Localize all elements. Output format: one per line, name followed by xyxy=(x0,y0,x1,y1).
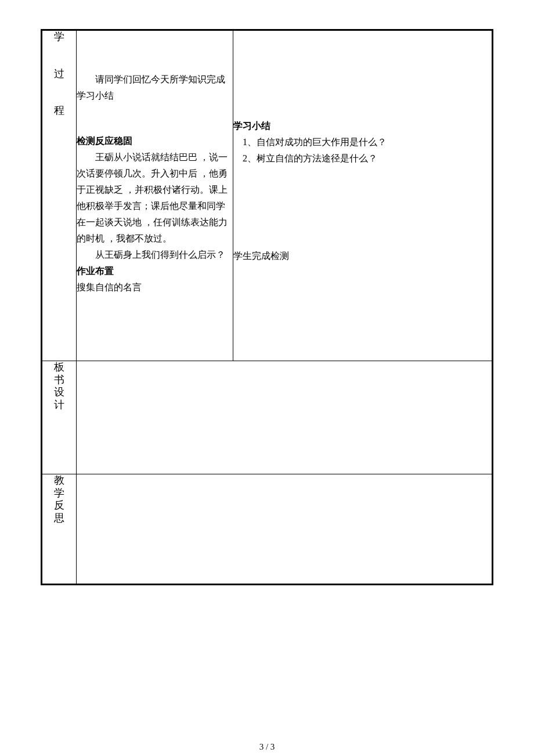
summary-item-2: 2、树立自信的方法途径是什么？ xyxy=(233,150,492,167)
label-char: 程 xyxy=(54,105,64,117)
lesson-plan-table: 学 过 程 请同学们回忆今天所学知识完成学习小结 检测反应稳固 王砺从小说话就结… xyxy=(41,29,493,585)
row-label-reflection: 教 学 反 思 xyxy=(42,474,77,585)
homework-body: 搜集自信的名言 xyxy=(77,279,233,296)
label-char: 板 xyxy=(54,361,64,374)
process-left-cell: 请同学们回忆今天所学知识完成学习小结 检测反应稳固 王砺从小说话就结结巴巴 ，说… xyxy=(77,30,233,361)
row-label-board: 板 书 设 计 xyxy=(42,361,77,474)
label-char: 思 xyxy=(54,512,64,525)
label-char: 设 xyxy=(54,386,64,399)
board-content-cell xyxy=(77,361,493,474)
complete-detection: 学生完成检测 xyxy=(233,248,492,264)
label-char: 计 xyxy=(54,399,64,412)
summary-item-1: 1、自信对成功的巨大作用是什么？ xyxy=(233,134,492,150)
label-char: 书 xyxy=(54,374,64,387)
label-char: 学 xyxy=(54,487,64,500)
label-char: 过 xyxy=(54,68,64,81)
label-char: 学 xyxy=(54,31,64,44)
detection-title: 检测反应稳固 xyxy=(77,133,233,149)
process-right-cell: 学习小结 1、自信对成功的巨大作用是什么？ 2、树立自信的方法途径是什么？ 学生… xyxy=(233,30,493,361)
detection-body-2: 从王砺身上我们得到什么启示？ xyxy=(77,247,233,263)
row-label-process: 学 过 程 xyxy=(42,30,77,361)
label-char: 教 xyxy=(54,474,64,487)
homework-title: 作业布置 xyxy=(77,263,233,279)
label-char: 反 xyxy=(54,499,64,512)
recall-intro: 请同学们回忆今天所学知识完成学习小结 xyxy=(77,71,233,104)
page-number: 3 / 3 xyxy=(41,742,493,752)
detection-body-1: 王砺从小说话就结结巴巴 ，说一次话要停顿几次。升入初中后 ，他勇于正视缺乏 ，并… xyxy=(77,149,233,247)
summary-title: 学习小结 xyxy=(233,118,492,134)
reflection-content-cell xyxy=(77,474,493,585)
